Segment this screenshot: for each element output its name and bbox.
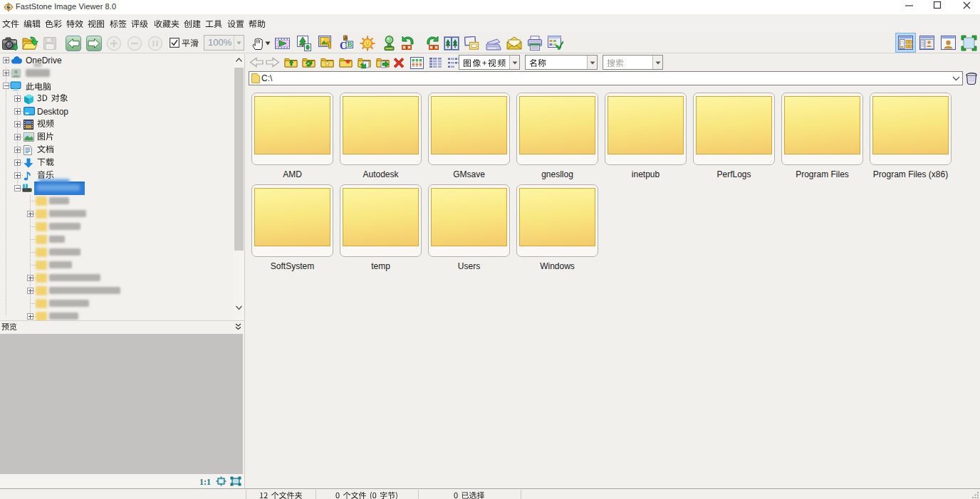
svg-text:B: B <box>348 41 353 48</box>
svg-text:C: C <box>340 41 347 51</box>
